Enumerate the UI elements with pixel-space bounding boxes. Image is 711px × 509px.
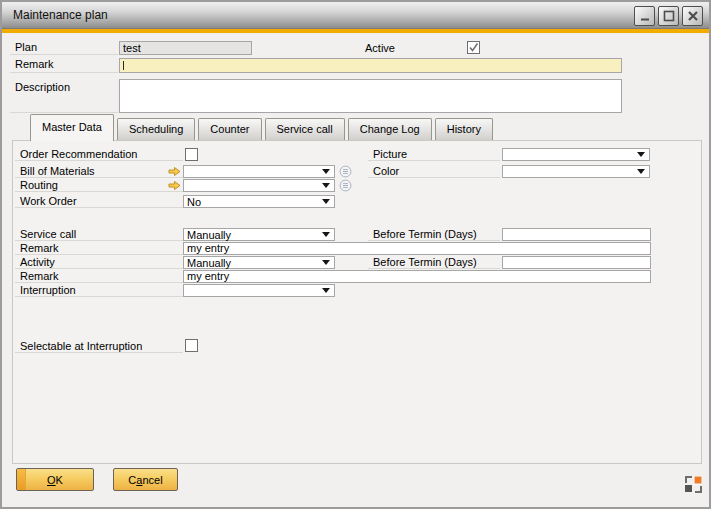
color-label: Color bbox=[368, 165, 500, 178]
maintenance-plan-window: Maintenance plan Plan test Active Remark… bbox=[0, 0, 711, 509]
dropdown-arrow-icon[interactable] bbox=[322, 260, 330, 265]
cancel-button-label: Cancel bbox=[128, 474, 162, 486]
dropdown-arrow-icon[interactable] bbox=[322, 183, 330, 188]
service-call-before-termin-value bbox=[503, 229, 650, 240]
minimize-button[interactable] bbox=[634, 6, 655, 26]
plan-label: Plan bbox=[10, 41, 118, 55]
dropdown-arrow-icon[interactable] bbox=[322, 199, 330, 204]
picture-dropdown[interactable] bbox=[502, 148, 650, 161]
interruption-label: Interruption bbox=[15, 284, 183, 297]
dropdown-arrow-icon[interactable] bbox=[322, 169, 330, 174]
remark-header-value bbox=[120, 59, 621, 71]
remark2-input[interactable]: my entry bbox=[183, 270, 651, 283]
window-title: Maintenance plan bbox=[13, 2, 108, 29]
remark2-value: my entry bbox=[184, 271, 650, 282]
remark1-label: Remark bbox=[15, 242, 183, 255]
interruption-dropdown[interactable] bbox=[183, 284, 335, 297]
remark1-value: my entry bbox=[184, 243, 650, 254]
bill-of-materials-dropdown[interactable] bbox=[183, 165, 335, 178]
work-order-value: No bbox=[187, 197, 201, 207]
plan-value: test bbox=[120, 42, 251, 54]
activity-value: Manually bbox=[187, 258, 231, 268]
dropdown-arrow-icon[interactable] bbox=[637, 152, 645, 157]
order-recommendation-checkbox[interactable] bbox=[185, 148, 198, 161]
title-bar[interactable]: Maintenance plan bbox=[2, 2, 709, 29]
default-button-strip bbox=[17, 469, 26, 490]
link-arrow-icon[interactable] bbox=[168, 180, 181, 193]
remark1-input[interactable]: my entry bbox=[183, 242, 651, 255]
routing-label: Routing bbox=[15, 179, 183, 192]
selectable-at-interruption-label: Selectable at Interruption bbox=[15, 340, 183, 353]
resize-corner-icon[interactable] bbox=[685, 476, 702, 495]
work-order-dropdown[interactable]: No bbox=[183, 195, 335, 208]
dropdown-arrow-icon[interactable] bbox=[322, 288, 330, 293]
description-label: Description bbox=[10, 79, 118, 113]
description-input[interactable] bbox=[119, 79, 622, 113]
remark-header-label: Remark bbox=[10, 58, 118, 73]
dropdown-arrow-icon[interactable] bbox=[637, 169, 645, 174]
accent-bar bbox=[2, 29, 709, 33]
dropdown-arrow-icon[interactable] bbox=[322, 232, 330, 237]
cancel-button[interactable]: Cancel bbox=[113, 468, 178, 491]
color-dropdown[interactable] bbox=[502, 165, 650, 178]
maximize-icon bbox=[663, 10, 675, 22]
before-termin-days-label: Before Termin (Days) bbox=[368, 256, 500, 269]
tab-counter[interactable]: Counter bbox=[198, 118, 261, 140]
ok-button-label: OK bbox=[47, 474, 63, 486]
active-label: Active bbox=[365, 42, 395, 55]
active-checkbox[interactable] bbox=[467, 41, 480, 54]
service-call-value: Manually bbox=[187, 230, 231, 240]
close-icon bbox=[687, 10, 699, 22]
text-cursor bbox=[123, 61, 124, 70]
combo-detail-icon[interactable] bbox=[339, 179, 352, 194]
remark-header-input[interactable] bbox=[119, 58, 622, 73]
bill-of-materials-label: Bill of Materials bbox=[15, 165, 183, 178]
picture-label: Picture bbox=[368, 148, 500, 161]
description-value bbox=[120, 80, 621, 91]
before-termin-days-label: Before Termin (Days) bbox=[368, 228, 500, 241]
tab-scheduling[interactable]: Scheduling bbox=[117, 118, 195, 140]
service-call-label: Service call bbox=[15, 228, 183, 241]
combo-detail-icon[interactable] bbox=[339, 165, 352, 180]
tab-master-data[interactable]: Master Data bbox=[30, 114, 114, 141]
ok-button[interactable]: OK bbox=[16, 468, 94, 491]
tab-history[interactable]: History bbox=[435, 118, 493, 140]
tab-bar: Master Data Scheduling Counter Service c… bbox=[30, 115, 493, 141]
remark2-label: Remark bbox=[15, 270, 183, 283]
selectable-at-interruption-checkbox[interactable] bbox=[185, 339, 198, 352]
service-call-dropdown[interactable]: Manually bbox=[183, 228, 335, 241]
tab-service-call[interactable]: Service call bbox=[265, 118, 345, 140]
activity-label: Activity bbox=[15, 256, 183, 269]
plan-input[interactable]: test bbox=[119, 41, 252, 55]
link-arrow-icon[interactable] bbox=[168, 166, 181, 179]
activity-dropdown[interactable]: Manually bbox=[183, 256, 335, 269]
order-recommendation-label: Order Recommendation bbox=[15, 148, 183, 161]
maximize-button[interactable] bbox=[658, 6, 679, 26]
tab-change-log[interactable]: Change Log bbox=[348, 118, 432, 140]
minimize-icon bbox=[639, 10, 651, 22]
activity-before-termin-input[interactable] bbox=[502, 256, 651, 269]
checkmark-icon bbox=[468, 43, 479, 55]
close-button[interactable] bbox=[682, 6, 703, 26]
activity-before-termin-value bbox=[503, 257, 650, 268]
routing-dropdown[interactable] bbox=[183, 179, 335, 192]
service-call-before-termin-input[interactable] bbox=[502, 228, 651, 241]
work-order-label: Work Order bbox=[15, 195, 183, 208]
